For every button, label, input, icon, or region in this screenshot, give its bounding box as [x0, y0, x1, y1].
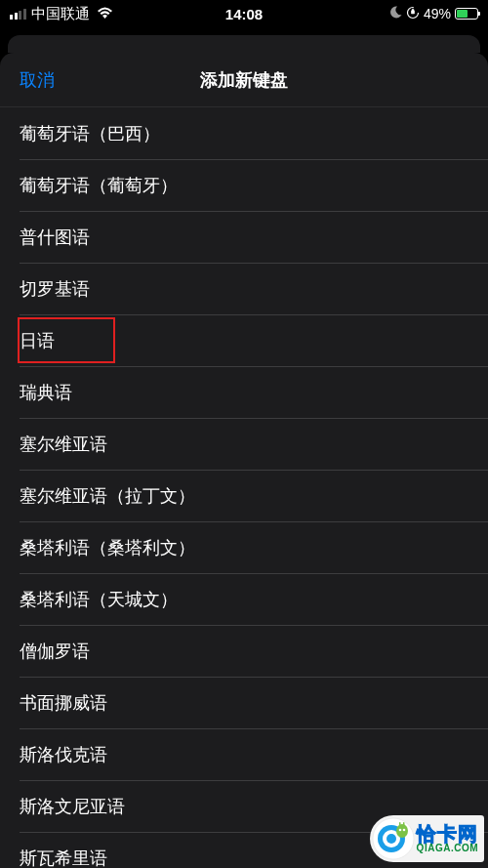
language-label: 日语	[20, 329, 55, 352]
language-label: 塞尔维亚语（拉丁文）	[20, 484, 195, 508]
language-item[interactable]: 塞尔维亚语（拉丁文）	[0, 470, 488, 521]
watermark-url: QIAGA.COM	[417, 844, 478, 853]
svg-rect-8	[399, 822, 401, 826]
language-item[interactable]: 普什图语	[0, 211, 488, 263]
add-keyboard-sheet: 取消 添加新键盘 葡萄牙语（巴西）葡萄牙语（葡萄牙）普什图语切罗基语日语瑞典语塞…	[0, 53, 488, 868]
status-time: 14:08	[225, 6, 263, 22]
language-item[interactable]: 葡萄牙语（巴西）	[0, 107, 488, 159]
language-label: 切罗基语	[20, 277, 90, 301]
language-label: 塞尔维亚语	[20, 433, 107, 456]
background-sheet-hint	[8, 35, 480, 53]
carrier-label: 中国联通	[31, 5, 90, 23]
language-item[interactable]: 桑塔利语（天城文）	[0, 573, 488, 625]
nav-bar: 取消 添加新键盘	[0, 53, 488, 107]
battery-icon	[455, 8, 478, 20]
language-label: 斯洛文尼亚语	[20, 795, 125, 818]
language-label: 僧伽罗语	[20, 640, 90, 663]
svg-point-7	[402, 829, 405, 832]
language-item[interactable]: 瑞典语	[0, 366, 488, 418]
watermark-badge: 恰卡网 QIAGA.COM	[370, 815, 484, 862]
svg-point-5	[396, 824, 408, 838]
svg-point-4	[386, 834, 396, 844]
keyboard-language-list[interactable]: 葡萄牙语（巴西）葡萄牙语（葡萄牙）普什图语切罗基语日语瑞典语塞尔维亚语塞尔维亚语…	[0, 107, 488, 868]
language-label: 普什图语	[20, 226, 90, 249]
language-label: 桑塔利语（天城文）	[20, 588, 178, 611]
cancel-button[interactable]: 取消	[20, 68, 55, 92]
language-item[interactable]: 葡萄牙语（葡萄牙）	[0, 159, 488, 211]
language-item[interactable]: 桑塔利语（桑塔利文）	[0, 521, 488, 573]
language-item[interactable]: 塞尔维亚语	[0, 418, 488, 470]
language-label: 书面挪威语	[20, 691, 107, 715]
status-right: 49%	[389, 6, 478, 22]
signal-icon	[10, 9, 26, 20]
status-left: 中国联通	[10, 5, 113, 23]
watermark-title: 恰卡网	[417, 824, 478, 844]
svg-rect-9	[403, 822, 405, 826]
language-item[interactable]: 日语	[0, 314, 488, 366]
language-item[interactable]: 斯洛伐克语	[0, 728, 488, 780]
language-label: 葡萄牙语（葡萄牙）	[20, 174, 178, 197]
language-label: 斯瓦希里语	[20, 847, 107, 869]
language-label: 葡萄牙语（巴西）	[20, 122, 160, 145]
language-item[interactable]: 僧伽罗语	[0, 625, 488, 677]
language-label: 瑞典语	[20, 381, 72, 404]
status-bar: 中国联通 14:08 49%	[0, 0, 488, 27]
wifi-icon	[97, 6, 113, 22]
language-item[interactable]: 书面挪威语	[0, 677, 488, 728]
lock-rotation-icon	[406, 6, 420, 22]
battery-percentage: 49%	[424, 6, 451, 21]
nav-title: 添加新键盘	[200, 68, 288, 92]
watermark-logo-icon	[372, 817, 415, 860]
svg-point-6	[398, 829, 401, 832]
language-label: 斯洛伐克语	[20, 743, 107, 766]
language-item[interactable]: 切罗基语	[0, 263, 488, 314]
language-label: 桑塔利语（桑塔利文）	[20, 536, 195, 559]
moon-icon	[389, 6, 402, 21]
